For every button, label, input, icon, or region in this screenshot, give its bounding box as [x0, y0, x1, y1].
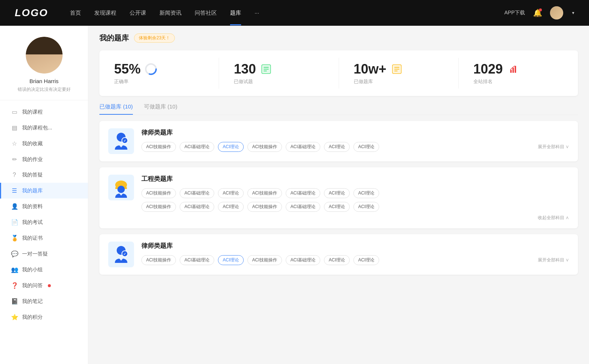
tag-2-10[interactable]: ACI理论 [218, 202, 244, 212]
trial-badge: 体验剩余23天！ [134, 33, 175, 43]
sidebar-item-cert[interactable]: 🏅 我的证书 [0, 230, 88, 246]
svg-rect-9 [394, 67, 399, 68]
tag-3-3[interactable]: ACI理论 [218, 255, 244, 265]
tag-2-7[interactable]: ACI理论 [353, 188, 379, 198]
logo[interactable]: LOGO [15, 7, 48, 19]
nav-right: APP下载 🔔 ▾ [504, 6, 574, 19]
engineer-icon-wrap [108, 175, 134, 200]
gold-icon [390, 63, 403, 76]
sidebar-label-exam: 我的考试 [22, 219, 43, 226]
sidebar-label-bank: 我的题库 [22, 188, 43, 194]
stat-done-banks-label: 已做题库 [354, 78, 373, 85]
tag-1-3[interactable]: ACI理论 [218, 142, 244, 152]
stat-done-questions-value: 130 [234, 61, 256, 77]
avatar[interactable] [26, 37, 63, 74]
sidebar-label-cert: 我的证书 [22, 235, 43, 242]
stat-accuracy: 55% 正确率 [99, 58, 219, 89]
list-icon [260, 63, 273, 76]
nav-qa[interactable]: 问答社区 [195, 10, 217, 17]
sidebar-item-homework[interactable]: ✏ 我的作业 [0, 151, 88, 167]
svg-rect-5 [264, 69, 269, 69]
expand-link-3[interactable]: 展开全部科目 ∨ [538, 257, 569, 263]
nav-bank[interactable]: 题库 [230, 10, 241, 17]
sidebar-item-points[interactable]: ⭐ 我的积分 [0, 309, 88, 325]
sidebar-profile: Brian Harris 错误的决定比没有决定要好 [0, 37, 88, 100]
sidebar-item-course-pack[interactable]: ▤ 我的课程包... [0, 120, 88, 136]
tag-3-7[interactable]: ACI理论 [353, 255, 379, 265]
tag-3-5[interactable]: ACI基础理论 [286, 255, 320, 265]
collapse-link[interactable]: 收起全部科目 ∧ [141, 215, 569, 221]
person-icon: 👤 [11, 203, 18, 210]
nav-news[interactable]: 新闻资讯 [159, 10, 181, 17]
stat-rank-top: 1029 [473, 61, 520, 77]
bank-card-engineer: 工程类题库 ACI技能操作 ACI基础理论 ACI理论 ACI技能操作 ACI基… [99, 167, 578, 228]
nav-discover[interactable]: 发现课程 [94, 10, 116, 17]
my-qa-icon: ❓ [11, 282, 18, 289]
profile-name: Brian Harris [29, 78, 59, 84]
tab-available-banks[interactable]: 可做题库 (10) [144, 103, 177, 115]
tag-2-12[interactable]: ACI基础理论 [286, 202, 320, 212]
tag-2-14[interactable]: ACI理论 [353, 202, 379, 212]
avatar-image [550, 6, 563, 19]
sidebar-item-favorites[interactable]: ☆ 我的收藏 [0, 136, 88, 151]
nav-home[interactable]: 首页 [70, 10, 81, 17]
tag-2-13[interactable]: ACI理论 [324, 202, 350, 212]
sidebar-item-my-qa[interactable]: ❓ 我的问答 [0, 278, 88, 293]
svg-rect-10 [394, 69, 399, 69]
tab-done-banks[interactable]: 已做题库 (10) [99, 103, 133, 115]
tag-2-5[interactable]: ACI基础理论 [286, 188, 320, 198]
tag-2-11[interactable]: ACI技能操作 [247, 202, 282, 212]
svg-rect-11 [394, 71, 398, 71]
tag-1-4[interactable]: ACI技能操作 [247, 142, 282, 152]
chat-icon: 💬 [11, 250, 18, 257]
tag-2-6[interactable]: ACI理论 [324, 188, 350, 198]
tag-1-1[interactable]: ACI技能操作 [141, 142, 176, 152]
tag-2-4[interactable]: ACI技能操作 [247, 188, 282, 198]
sidebar-label-my-course: 我的课程 [22, 109, 43, 115]
sidebar: Brian Harris 错误的决定比没有决定要好 ▭ 我的课程 ▤ 我的课程包… [0, 26, 88, 364]
sidebar-item-profile[interactable]: 👤 我的资料 [0, 199, 88, 214]
app-download-link[interactable]: APP下载 [504, 10, 525, 16]
qa-dot [48, 284, 51, 287]
tag-3-4[interactable]: ACI技能操作 [247, 255, 282, 265]
tag-2-2[interactable]: ACI基础理论 [180, 188, 214, 198]
stat-rank-value: 1029 [473, 61, 503, 77]
bank-card-engineer-title: 工程类题库 [141, 175, 569, 183]
nav-more[interactable]: ··· [254, 10, 259, 17]
tag-2-1[interactable]: ACI技能操作 [141, 188, 176, 198]
user-menu-chevron[interactable]: ▾ [572, 10, 574, 15]
tag-1-6[interactable]: ACI理论 [324, 142, 350, 152]
sidebar-item-group[interactable]: 👥 我的小组 [0, 262, 88, 278]
stat-done-questions-top: 130 [234, 61, 273, 77]
tabs-row: 已做题库 (10) 可做题库 (10) [99, 103, 578, 115]
tag-1-2[interactable]: ACI基础理论 [180, 142, 214, 152]
question-icon: ? [11, 172, 18, 178]
tag-2-8[interactable]: ACI技能操作 [141, 202, 176, 212]
tag-1-5[interactable]: ACI基础理论 [286, 142, 320, 152]
sidebar-item-exam[interactable]: 📄 我的考试 [0, 214, 88, 230]
tag-3-6[interactable]: ACI理论 [324, 255, 350, 265]
page-body: Brian Harris 错误的决定比没有决定要好 ▭ 我的课程 ▤ 我的课程包… [0, 26, 589, 364]
sidebar-label-points: 我的积分 [22, 314, 43, 321]
sidebar-label-my-qa: 我的问答 [22, 282, 43, 289]
tag-3-2[interactable]: ACI基础理论 [180, 255, 214, 265]
tag-2-3[interactable]: ACI理论 [218, 188, 244, 198]
sidebar-item-my-course[interactable]: ▭ 我的课程 [0, 104, 88, 120]
notification-bell[interactable]: 🔔 [532, 8, 543, 18]
expand-link-1[interactable]: 展开全部科目 ∨ [538, 144, 569, 150]
bank-icon: ☰ [11, 187, 18, 194]
sidebar-item-1on1[interactable]: 💬 一对一答疑 [0, 246, 88, 262]
stats-bar: 55% 正确率 130 [99, 50, 578, 96]
avatar-face [26, 37, 63, 74]
tag-1-7[interactable]: ACI理论 [353, 142, 379, 152]
sidebar-item-qa[interactable]: ? 我的答疑 [0, 167, 88, 183]
sidebar-item-notes[interactable]: 📓 我的笔记 [0, 293, 88, 309]
bank-card-lawyer-2-title: 律师类题库 [141, 242, 569, 250]
bank-card-lawyer-1: ✓ 律师类题库 ACI技能操作 ACI基础理论 ACI理论 ACI技能操作 AC… [99, 121, 578, 161]
tag-3-1[interactable]: ACI技能操作 [141, 255, 176, 265]
nav-opencourse[interactable]: 公开课 [130, 10, 146, 17]
group-icon: 👥 [11, 266, 18, 273]
sidebar-item-bank[interactable]: ☰ 我的题库 [0, 183, 88, 199]
tag-2-9[interactable]: ACI基础理论 [180, 202, 214, 212]
user-avatar[interactable] [550, 6, 563, 19]
